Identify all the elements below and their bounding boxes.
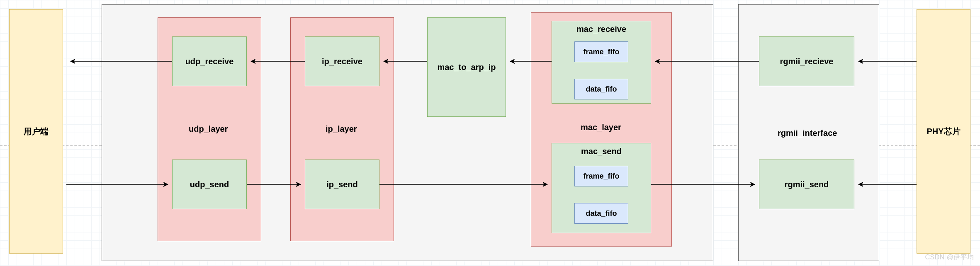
rgmii-send-label: rgmii_send <box>785 180 829 189</box>
phy-endpoint-label: PHY芯片 <box>927 126 960 137</box>
ip-receive: ip_receive <box>305 36 379 86</box>
ip-send: ip_send <box>305 160 379 209</box>
udp-layer-title: udp_layer <box>189 124 228 134</box>
udp-send: udp_send <box>172 160 247 209</box>
user-endpoint: 用户端 <box>9 9 63 254</box>
udp-receive: udp_receive <box>172 36 247 86</box>
mac-receive-label: mac_receive <box>576 24 626 34</box>
mac-send-data-fifo-label: data_fifo <box>586 209 617 218</box>
udp-receive-label: udp_receive <box>185 57 234 66</box>
ip-send-label: ip_send <box>326 180 358 189</box>
mac-layer-title: mac_layer <box>581 123 621 132</box>
diagram-canvas: 用户端 PHY芯片 udp_layer udp_receive udp_send… <box>0 0 980 266</box>
mac-send-frame-fifo-label: frame_fifo <box>583 172 619 181</box>
rgmii-receive-label: rgmii_recieve <box>780 57 834 66</box>
mac-receive-data-fifo: data_fifo <box>574 79 628 99</box>
mac-send-frame-fifo: frame_fifo <box>574 166 628 186</box>
mac-send-label: mac_send <box>581 147 622 156</box>
phy-endpoint: PHY芯片 <box>917 9 970 254</box>
rgmii-interface-title: rgmii_interface <box>778 128 837 138</box>
mac-receive-data-fifo-label: data_fifo <box>586 85 617 94</box>
rgmii-receive: rgmii_recieve <box>759 36 854 86</box>
ip-receive-label: ip_receive <box>322 57 362 66</box>
rgmii-send: rgmii_send <box>759 160 854 209</box>
user-endpoint-label: 用户端 <box>24 126 49 137</box>
ip-layer-title: ip_layer <box>326 124 357 134</box>
mac-to-arp-ip: mac_to_arp_ip <box>427 17 506 117</box>
csdn-watermark: CSDN @伊平均 <box>925 253 974 262</box>
udp-send-label: udp_send <box>190 180 229 189</box>
mac-receive-frame-fifo-label: frame_fifo <box>583 48 619 56</box>
mac-send-data-fifo: data_fifo <box>574 203 628 224</box>
mac-to-arp-ip-label: mac_to_arp_ip <box>437 63 496 72</box>
mac-receive-frame-fifo: frame_fifo <box>574 41 628 62</box>
